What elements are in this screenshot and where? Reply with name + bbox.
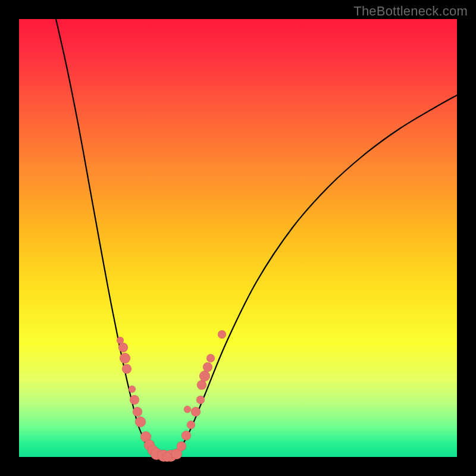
data-dot: [162, 452, 172, 462]
data-dot: [203, 362, 212, 372]
data-dot: [181, 431, 191, 440]
data-dot: [177, 441, 186, 451]
bottleneck-curve: [56, 19, 457, 457]
data-dot: [196, 396, 205, 404]
plot-area: [19, 19, 457, 457]
data-dot: [184, 406, 191, 413]
data-dot: [199, 371, 210, 381]
data-dot: [117, 337, 124, 344]
data-dot: [206, 354, 215, 362]
chart-frame: TheBottleneck.com: [0, 0, 476, 476]
data-dot: [133, 407, 142, 416]
data-dot: [187, 421, 195, 429]
data-dot: [135, 416, 146, 427]
data-dot: [118, 343, 128, 352]
data-dot: [120, 353, 130, 364]
data-dot: [191, 407, 201, 416]
data-dot: [122, 364, 131, 374]
data-dot: [129, 386, 136, 393]
watermark-text: TheBottleneck.com: [353, 4, 468, 19]
data-dot: [130, 395, 139, 405]
data-dot: [218, 330, 226, 339]
data-dots-group: [117, 330, 226, 462]
data-dot: [197, 380, 206, 390]
chart-svg: [19, 19, 457, 457]
